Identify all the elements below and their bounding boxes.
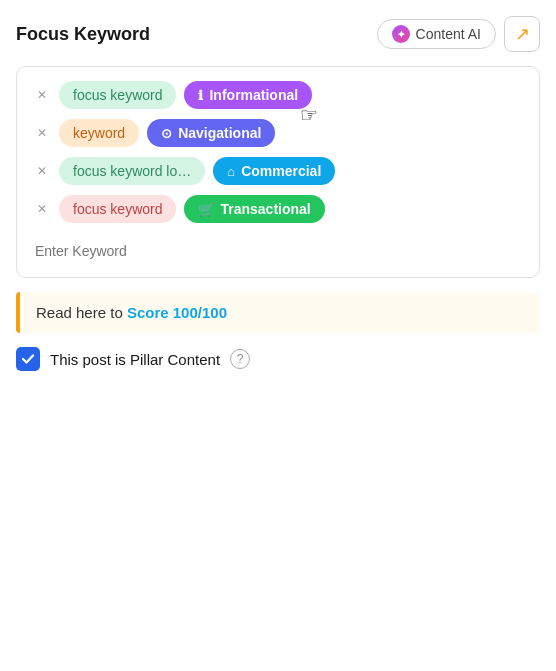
navigational-icon: ⊙ bbox=[161, 126, 172, 141]
content-ai-button[interactable]: ✦ Content AI bbox=[377, 19, 496, 49]
page-title: Focus Keyword bbox=[16, 24, 150, 45]
help-icon[interactable]: ? bbox=[230, 349, 250, 369]
transactional-label: Transactional bbox=[220, 201, 310, 217]
ai-icon: ✦ bbox=[392, 25, 410, 43]
checkmark-icon bbox=[21, 352, 35, 366]
keyword-chip-1: focus keyword bbox=[59, 81, 176, 109]
remove-keyword-1[interactable]: ✕ bbox=[33, 86, 51, 104]
intent-badge-3[interactable]: ⌂ Commercial bbox=[213, 157, 335, 185]
keyword-row-3: ✕ focus keyword lo… ⌂ Commercial bbox=[33, 157, 523, 185]
intent-badge-4[interactable]: 🛒 Transactional bbox=[184, 195, 324, 223]
header-actions: ✦ Content AI ↗ bbox=[377, 16, 540, 52]
focus-keyword-header: Focus Keyword ✦ Content AI ↗ bbox=[16, 16, 540, 52]
informational-label: Informational bbox=[209, 87, 298, 103]
remove-keyword-3[interactable]: ✕ bbox=[33, 162, 51, 180]
score-link[interactable]: Score 100/100 bbox=[127, 304, 227, 321]
content-ai-label: Content AI bbox=[416, 26, 481, 42]
keywords-box: ✕ focus keyword ℹ Informational ☞ ✕ keyw… bbox=[16, 66, 540, 278]
navigational-label: Navigational bbox=[178, 125, 261, 141]
read-banner-prefix: Read here to bbox=[36, 304, 123, 321]
keyword-chip-4: focus keyword bbox=[59, 195, 176, 223]
read-banner: Read here to Score 100/100 bbox=[16, 292, 540, 333]
keyword-chip-3: focus keyword lo… bbox=[59, 157, 205, 185]
intent-badge-2[interactable]: ⊙ Navigational bbox=[147, 119, 275, 147]
trend-icon: ↗ bbox=[515, 23, 530, 45]
remove-keyword-2[interactable]: ✕ bbox=[33, 124, 51, 142]
pillar-label: This post is Pillar Content bbox=[50, 351, 220, 368]
trend-button[interactable]: ↗ bbox=[504, 16, 540, 52]
keyword-row-2: ✕ keyword ⊙ Navigational bbox=[33, 119, 523, 147]
keyword-row-4: ✕ focus keyword 🛒 Transactional bbox=[33, 195, 523, 223]
commercial-icon: ⌂ bbox=[227, 164, 235, 179]
enter-keyword-input[interactable] bbox=[33, 237, 523, 265]
commercial-label: Commercial bbox=[241, 163, 321, 179]
informational-icon: ℹ bbox=[198, 88, 203, 103]
remove-keyword-4[interactable]: ✕ bbox=[33, 200, 51, 218]
transactional-icon: 🛒 bbox=[198, 202, 214, 217]
keyword-row-1: ✕ focus keyword ℹ Informational ☞ bbox=[33, 81, 523, 109]
keyword-chip-2: keyword bbox=[59, 119, 139, 147]
pillar-checkbox[interactable] bbox=[16, 347, 40, 371]
intent-badge-1[interactable]: ℹ Informational bbox=[184, 81, 312, 109]
intent-badge-wrapper-1: ℹ Informational ☞ bbox=[184, 81, 312, 109]
pillar-content-row: This post is Pillar Content ? bbox=[16, 347, 540, 371]
